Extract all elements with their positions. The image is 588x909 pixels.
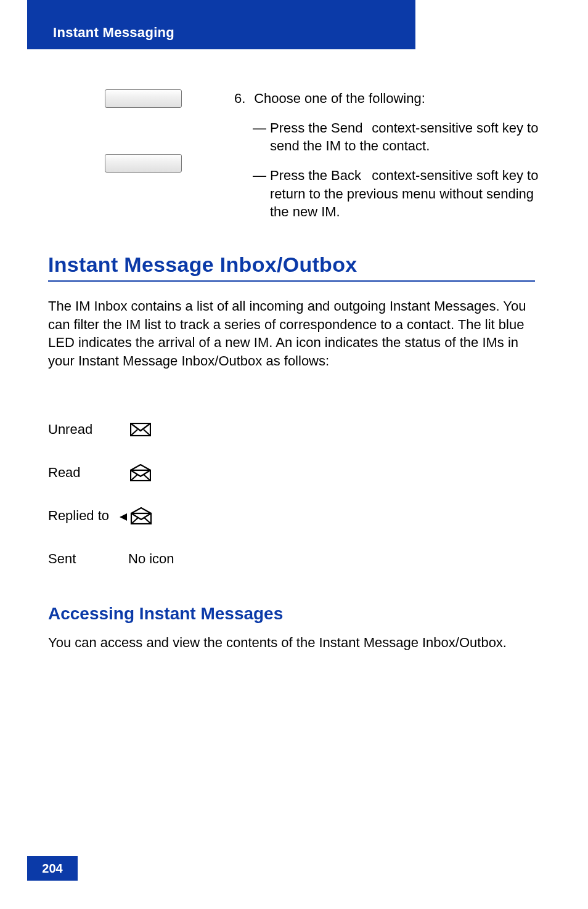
table-row: Replied to — [48, 494, 174, 537]
step-block: 6. Choose one of the following: — Press … — [234, 89, 549, 232]
envelope-reply-icon — [118, 507, 153, 524]
list-prefix: Press the — [270, 168, 331, 183]
status-icon-text: No icon — [128, 551, 174, 567]
list-dash: — — [253, 119, 270, 155]
list-prefix: Press the — [270, 120, 331, 136]
step-intro: Choose one of the following: — [254, 91, 425, 106]
step-sub-list: — Press the Send context-sensitive soft … — [234, 119, 549, 221]
status-label: Sent — [48, 551, 128, 567]
status-table: Unread Read Replied to — [48, 408, 174, 581]
envelope-open-icon — [128, 464, 153, 481]
softkey-name: Send — [331, 119, 368, 137]
list-text: Press the Send context-sensitive soft ke… — [270, 119, 549, 155]
page-header: Instant Messaging — [27, 0, 415, 49]
table-row: Read — [48, 451, 174, 494]
section-title: Instant Messaging — [53, 25, 174, 41]
status-label: Replied to — [48, 508, 128, 524]
softkey-button-back[interactable] — [105, 154, 182, 173]
table-row: Sent No icon — [48, 537, 174, 581]
heading-1: Instant Message Inbox/Outbox — [48, 253, 535, 282]
step-number: 6. — [234, 89, 250, 108]
list-text: Press the Back context-sensitive soft ke… — [270, 166, 549, 221]
list-item: — Press the Send context-sensitive soft … — [253, 119, 549, 155]
heading-2: Accessing Instant Messages — [48, 604, 283, 624]
list-dash: — — [253, 166, 270, 221]
no-icon-text: No icon — [128, 551, 174, 567]
document-page: Instant Messaging 6. Choose one of the f… — [0, 0, 588, 909]
status-label: Unread — [48, 422, 128, 438]
list-item: — Press the Back context-sensitive soft … — [253, 166, 549, 221]
table-row: Unread — [48, 408, 174, 451]
softkey-button-send[interactable] — [105, 89, 182, 108]
body-paragraph: The IM Inbox contains a list of all inco… — [48, 297, 535, 370]
h2-paragraph: You can access and view the contents of … — [48, 634, 535, 652]
softkey-name: Back — [331, 166, 368, 185]
envelope-closed-icon — [128, 423, 153, 436]
status-label: Read — [48, 465, 128, 481]
page-number: 204 — [27, 856, 78, 881]
